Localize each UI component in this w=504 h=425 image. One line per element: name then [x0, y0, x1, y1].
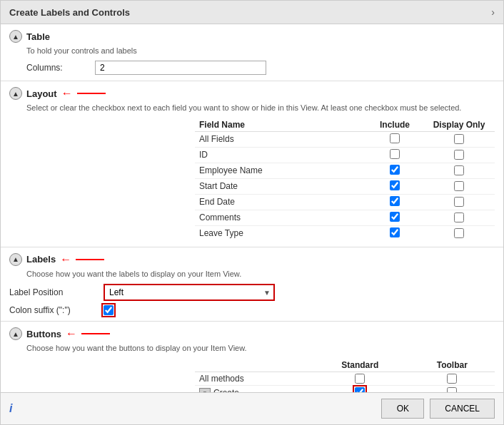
layout-red-line [77, 93, 106, 94]
btn-name-header [195, 359, 311, 372]
layout-section-title: Layout [26, 88, 57, 99]
button-name-cell: All methods [195, 372, 311, 385]
field-include-checkbox[interactable] [390, 227, 400, 237]
buttons-section-title: Buttons [26, 329, 61, 339]
field-include-checkbox[interactable] [390, 212, 400, 222]
field-include-checkbox[interactable] [390, 180, 400, 190]
colon-checkbox-wrapper [104, 305, 114, 315]
field-display-only-cell [423, 178, 495, 194]
field-display-only-cell [423, 225, 495, 241]
include-header: Include [366, 118, 423, 132]
label-position-select-wrapper: Left Right Top Bottom ▼ [104, 284, 275, 301]
field-include-checkbox[interactable] [390, 165, 400, 175]
cancel-button[interactable]: CANCEL [430, 399, 495, 419]
field-name-cell: Employee Name [195, 163, 366, 178]
field-display-only-cell [423, 147, 495, 163]
dialog: Create Labels and Controls › ▲ Table To … [0, 0, 504, 425]
close-icon[interactable]: › [491, 6, 495, 18]
table-section-desc: To hold your controls and labels [26, 46, 495, 56]
layout-section-desc: Select or clear the checkbox next to eac… [26, 103, 495, 113]
table-columns-row: Columns: [9, 61, 495, 75]
field-name-cell: Start Date [195, 178, 366, 194]
field-name-cell: Leave Type [195, 225, 366, 241]
colon-checkbox[interactable] [104, 305, 114, 315]
field-display-only-checkbox[interactable] [454, 228, 464, 238]
labels-section-title: Labels [26, 254, 56, 265]
field-include-cell [366, 163, 423, 178]
field-name-cell: ID [195, 147, 366, 163]
footer-buttons: OK CANCEL [381, 399, 495, 419]
field-display-only-cell [423, 131, 495, 147]
layout-toggle[interactable]: ▲ [9, 87, 22, 100]
button-row: All methods [195, 372, 495, 385]
table-section-header: ▲ Table [9, 30, 495, 43]
button-toolbar-cell [410, 372, 495, 385]
field-display-only-cell [423, 210, 495, 225]
layout-section-content: Field Name Include Display Only All Fiel… [9, 118, 495, 241]
layout-section: ▲ Layout ← Select or clear the checkbox … [1, 81, 503, 247]
field-name-cell: End Date [195, 194, 366, 210]
buttons-section-content: Standard Toolbar All methods [9, 359, 495, 392]
toolbar-header: Toolbar [410, 359, 495, 372]
button-toolbar-cell [410, 385, 495, 392]
label-position-row: Label Position Left Right Top Bottom ▼ [9, 284, 495, 301]
field-display-only-cell [423, 194, 495, 210]
dialog-header: Create Labels and Controls › [1, 1, 503, 24]
field-include-cell [366, 131, 423, 147]
field-name-cell: All Fields [195, 131, 366, 147]
field-name-cell: Comments [195, 210, 366, 225]
buttons-table: Standard Toolbar All methods [195, 359, 495, 392]
field-include-cell [366, 210, 423, 225]
labels-toggle[interactable]: ▲ [9, 253, 22, 266]
labels-section-header: ▲ Labels ← [9, 253, 495, 266]
dialog-footer: i OK CANCEL [1, 392, 503, 424]
button-name: All methods [199, 374, 244, 384]
button-standard-cell [311, 385, 410, 392]
buttons-arrow-icon: ← [66, 327, 77, 340]
field-include-checkbox[interactable] [390, 133, 400, 143]
buttons-section-header: ▲ Buttons ← [9, 327, 495, 340]
dialog-title: Create Labels and Controls [9, 7, 130, 18]
table-section: ▲ Table To hold your controls and labels… [1, 24, 503, 81]
ok-button[interactable]: OK [381, 399, 424, 419]
button-toolbar-checkbox[interactable] [447, 387, 457, 392]
label-position-select[interactable]: Left Right Top Bottom [104, 284, 275, 301]
label-position-label: Label Position [9, 287, 95, 297]
button-name-cell: ≡ Create [195, 385, 311, 392]
display-only-header: Display Only [423, 118, 495, 132]
field-display-only-checkbox[interactable] [454, 197, 464, 207]
field-display-only-checkbox[interactable] [454, 165, 464, 175]
layout-arrow-icon: ← [61, 87, 73, 100]
columns-label: Columns: [26, 63, 84, 73]
field-row: Leave Type [195, 225, 495, 241]
buttons-toggle[interactable]: ▲ [9, 327, 22, 340]
layout-section-header: ▲ Layout ← [9, 87, 495, 100]
field-include-checkbox[interactable] [390, 149, 400, 159]
buttons-section-desc: Choose how you want the buttons to displ… [26, 343, 495, 354]
colon-row: Colon suffix (":") [9, 305, 495, 315]
field-display-only-checkbox[interactable] [454, 150, 464, 160]
buttons-section: ▲ Buttons ← Choose how you want the butt… [1, 322, 503, 392]
labels-section-content: Label Position Left Right Top Bottom ▼ C… [9, 284, 495, 315]
button-row: ≡ Create [195, 385, 495, 392]
field-include-cell [366, 178, 423, 194]
button-standard-cell [311, 372, 410, 385]
table-toggle[interactable]: ▲ [9, 30, 22, 43]
field-display-only-checkbox[interactable] [454, 212, 464, 222]
info-icon: i [9, 402, 12, 415]
field-display-only-checkbox[interactable] [454, 181, 464, 191]
table-section-title: Table [26, 31, 50, 42]
button-toolbar-checkbox[interactable] [447, 374, 457, 384]
field-display-only-checkbox[interactable] [454, 134, 464, 144]
field-row: Employee Name [195, 163, 495, 178]
dialog-body: ▲ Table To hold your controls and labels… [1, 24, 503, 392]
button-standard-checkbox[interactable] [355, 387, 365, 392]
button-standard-checkbox[interactable] [355, 374, 365, 384]
field-include-checkbox[interactable] [390, 196, 400, 206]
colon-label: Colon suffix (":") [9, 305, 95, 315]
field-name-header: Field Name [195, 118, 366, 132]
field-row: End Date [195, 194, 495, 210]
buttons-red-line [81, 333, 110, 334]
columns-input[interactable] [95, 61, 266, 75]
table-section-content: Columns: [9, 61, 495, 75]
